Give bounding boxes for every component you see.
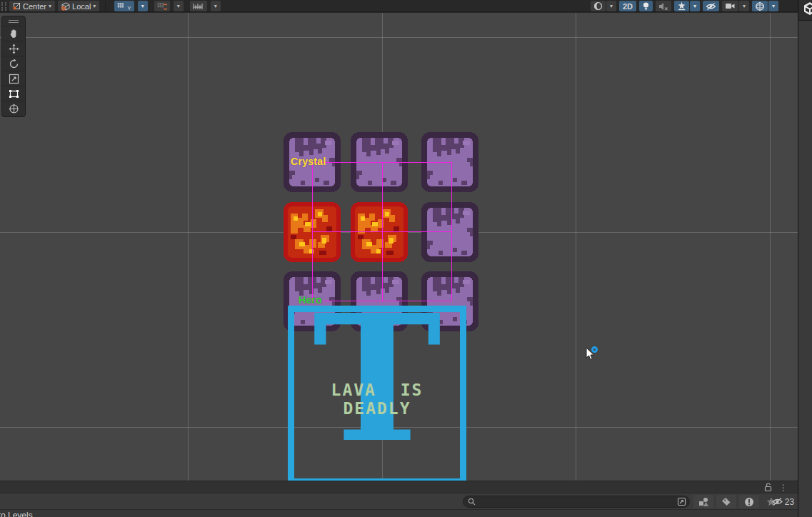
- scene-visibility-toggle[interactable]: [703, 1, 719, 11]
- tag-icon: [721, 497, 731, 506]
- shading-mode-dropdown[interactable]: ▾: [606, 1, 616, 11]
- scene-grid-line: [770, 13, 771, 481]
- shaded-sphere-icon: [593, 1, 603, 11]
- rotate-tool-button[interactable]: [2, 56, 25, 71]
- scale-icon: [9, 74, 19, 84]
- scene-lighting-toggle[interactable]: [639, 1, 653, 11]
- snap-increment-button[interactable]: [190, 1, 207, 11]
- audio-toggle[interactable]: [656, 1, 671, 11]
- grid-icon: [117, 2, 126, 11]
- audio-muted-icon: [658, 2, 668, 11]
- lava-tile[interactable]: [351, 202, 408, 262]
- effects-toggle[interactable]: [674, 1, 689, 11]
- filter-by-label-button[interactable]: [716, 495, 736, 508]
- rect-tool-icon: [9, 89, 19, 99]
- cube-icon: [61, 2, 70, 11]
- bottom-panel-toolbar: 23: [0, 493, 798, 509]
- tmp-text-sprite[interactable]: T LAVA IS DEADLY: [288, 306, 466, 481]
- rect-tool-button[interactable]: [2, 86, 25, 101]
- bottom-panel-tabstrip: ⋮: [0, 481, 798, 493]
- search-icon: [468, 498, 476, 506]
- bottom-status-row: ro Levels: [0, 509, 798, 517]
- chevron-down-icon: ▾: [743, 1, 746, 11]
- camera-dropdown[interactable]: ▾: [739, 1, 749, 11]
- 2d-view-toggle[interactable]: 2D: [619, 1, 636, 11]
- exclamation-circle-icon: [744, 497, 754, 507]
- shading-mode-button[interactable]: [591, 1, 606, 11]
- pivot-mode-label: Center: [23, 2, 46, 11]
- scene-grid-line: [576, 13, 576, 481]
- snap-grid-icon: [157, 2, 167, 11]
- grid-axis-label: Y: [127, 5, 131, 11]
- unity-logo-tab[interactable]: [798, 0, 812, 21]
- toolbar-separator: [105, 1, 106, 11]
- snap-options-dropdown[interactable]: ▾: [174, 1, 184, 11]
- orientation-dropdown[interactable]: Local ▾: [58, 1, 99, 11]
- eye-slash-icon: [771, 497, 783, 506]
- pivot-mode-dropdown[interactable]: Center ▾: [9, 1, 55, 11]
- toolbar-grip-handle[interactable]: [1, 2, 6, 11]
- scene-grid-line: [188, 13, 189, 481]
- filter-by-type-button[interactable]: [693, 495, 713, 508]
- hand-icon: [9, 29, 19, 39]
- tools-overlay-handle[interactable]: [2, 16, 25, 26]
- snap-increment-dropdown[interactable]: ▾: [211, 1, 221, 11]
- chevron-down-icon: ▾: [177, 1, 180, 11]
- lightbulb-icon: [642, 1, 650, 11]
- hidden-count-label: 23: [785, 497, 794, 507]
- docked-panel-edge: [798, 0, 812, 517]
- effects-dropdown[interactable]: ▾: [690, 1, 700, 11]
- unlock-icon[interactable]: [764, 483, 772, 492]
- hidden-count-toggle[interactable]: 23: [770, 495, 796, 508]
- panel-menu-kebab-icon[interactable]: ⋮: [779, 483, 788, 493]
- ruler-icon: [193, 2, 204, 11]
- gizmos-toggle[interactable]: [752, 1, 768, 11]
- effects-star-icon: [677, 1, 686, 11]
- lava-warning-text: LAVA IS DEADLY: [294, 381, 460, 418]
- move-tool-button[interactable]: [2, 41, 25, 56]
- camera-icon: [725, 2, 736, 10]
- chevron-down-icon: ▾: [49, 1, 51, 11]
- pivot-icon: [13, 2, 21, 10]
- scale-tool-button[interactable]: [2, 71, 25, 86]
- open-in-window-icon[interactable]: [677, 497, 686, 506]
- node-connection-line: [312, 231, 451, 232]
- node-connection-line: [312, 162, 451, 163]
- eye-slash-icon: [706, 2, 716, 11]
- gizmo-sphere-icon: [755, 1, 765, 11]
- node-connection-line: [451, 162, 452, 301]
- tmp-letter-glyph: T: [294, 296, 460, 462]
- transform-icon: [9, 104, 19, 114]
- crystal-tile[interactable]: [421, 202, 478, 262]
- mouse-cursor-icon: [586, 347, 595, 361]
- camera-settings-button[interactable]: [722, 1, 738, 11]
- scene-toolbar: Center ▾ Local ▾ Y ▾: [0, 0, 798, 12]
- hand-tool-button[interactable]: [2, 26, 25, 41]
- snap-toggle[interactable]: [154, 1, 170, 11]
- gizmos-dropdown[interactable]: ▾: [768, 1, 778, 11]
- chevron-down-icon: ▾: [772, 1, 775, 11]
- chevron-down-icon: ▾: [141, 1, 144, 11]
- search-field[interactable]: [463, 496, 690, 508]
- transform-tool-button[interactable]: [2, 101, 25, 116]
- search-input[interactable]: [478, 497, 677, 507]
- grid-visibility-toggle[interactable]: Y: [114, 1, 134, 11]
- orientation-label: Local: [72, 2, 91, 11]
- chevron-down-icon: ▾: [693, 1, 696, 11]
- scene-view[interactable]: CrystalHero: [0, 13, 798, 481]
- chevron-down-icon: ▾: [610, 1, 613, 11]
- 2d-label: 2D: [623, 2, 633, 11]
- shapes-filter-icon: [698, 497, 709, 507]
- log-filter-button[interactable]: [739, 495, 759, 508]
- scene-grid-line: [0, 37, 798, 38]
- rotate-icon: [9, 59, 19, 69]
- unity-logo-icon: [801, 1, 812, 19]
- move-icon: [9, 44, 19, 54]
- status-item-label[interactable]: ro Levels: [0, 511, 33, 517]
- chevron-down-icon: ▾: [214, 1, 217, 11]
- tools-overlay-panel: [1, 16, 26, 117]
- scene-object-label[interactable]: Crystal: [291, 156, 326, 167]
- grid-options-dropdown[interactable]: ▾: [138, 1, 148, 11]
- chevron-down-icon: ▾: [93, 1, 96, 11]
